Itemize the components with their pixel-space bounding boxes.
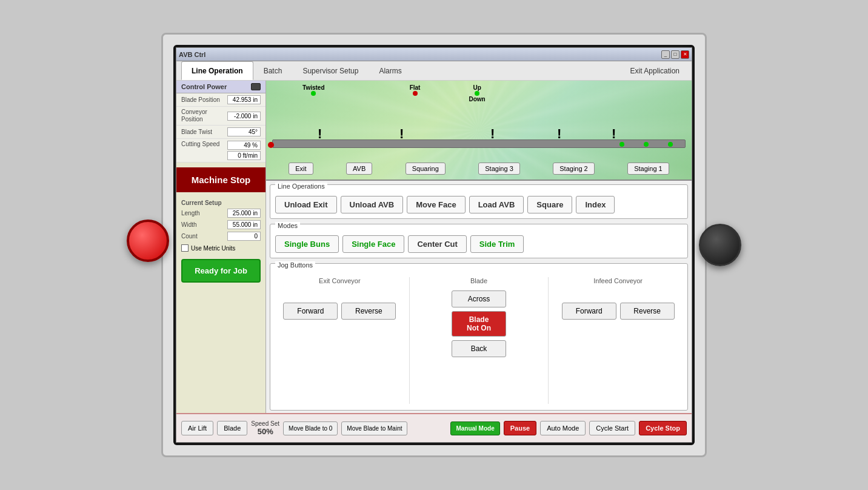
close-button[interactable]: ✕ bbox=[681, 50, 689, 59]
auto-mode-button[interactable]: Auto Mode bbox=[540, 421, 586, 435]
infeed-forward-button[interactable]: Forward bbox=[562, 303, 616, 320]
tab-alarms[interactable]: Alarms bbox=[369, 61, 412, 80]
air-lift-button[interactable]: Air Lift bbox=[181, 421, 213, 435]
cutting-speed-pct: 49 % bbox=[227, 141, 261, 150]
twisted-sensor: Twisted bbox=[302, 84, 324, 96]
title-bar: AVB Ctrl _ □ ✕ bbox=[176, 48, 692, 61]
emergency-stop-button[interactable] bbox=[127, 220, 169, 262]
blade-position-value: 42.953 in bbox=[227, 95, 261, 104]
exclaim-4: ! bbox=[557, 126, 561, 142]
exit-forward-button[interactable]: Forward bbox=[283, 303, 338, 320]
single-buns-button[interactable]: Single Buns bbox=[275, 235, 339, 253]
cycle-stop-button[interactable]: Cycle Stop bbox=[639, 421, 687, 435]
maximize-button[interactable]: □ bbox=[671, 50, 679, 59]
speed-set-display: Speed Set 50% bbox=[251, 420, 279, 436]
tab-batch[interactable]: Batch bbox=[253, 61, 293, 80]
blade-button[interactable]: Blade bbox=[217, 421, 247, 435]
index-button[interactable]: Index bbox=[576, 196, 615, 213]
exit-conveyor-buttons: Forward Reverse bbox=[283, 303, 396, 320]
twisted-dot bbox=[311, 91, 316, 96]
unload-avb-button[interactable]: Unload AVB bbox=[341, 196, 404, 213]
move-blade-maint-button[interactable]: Move Blade to Maint bbox=[341, 421, 407, 435]
unload-exit-button[interactable]: Unload Exit bbox=[275, 196, 337, 213]
width-label: Width bbox=[181, 221, 197, 228]
exit-conveyor-label: Exit Conveyor bbox=[319, 277, 360, 284]
right-indicator-3 bbox=[668, 142, 673, 147]
speed-knob[interactable] bbox=[699, 224, 741, 266]
power-indicator bbox=[251, 83, 261, 90]
conveyor-position-label: Conveyor Position bbox=[181, 109, 218, 123]
infeed-conveyor-label: Infeed Conveyor bbox=[593, 277, 643, 284]
move-face-button[interactable]: Move Face bbox=[407, 196, 465, 213]
move-blade-0-button[interactable]: Move Blade to 0 bbox=[283, 421, 338, 435]
blade-twist-label: Blade Twist bbox=[181, 129, 212, 135]
minimize-button[interactable]: _ bbox=[661, 50, 670, 59]
updown-sensor: Up Down bbox=[469, 84, 486, 102]
application-window: AVB Ctrl _ □ ✕ Line Operation Batch Supe… bbox=[176, 47, 692, 443]
menu-bar: Line Operation Batch Supervisor Setup Al… bbox=[176, 61, 692, 81]
single-face-button[interactable]: Single Face bbox=[342, 235, 404, 253]
blade-position-row: Blade Position 42.953 in bbox=[176, 93, 265, 107]
staging1-station-button[interactable]: Staging 1 bbox=[627, 163, 669, 175]
count-value: 0 bbox=[227, 232, 261, 241]
modes-title: Modes bbox=[275, 222, 300, 229]
tab-supervisor-setup[interactable]: Supervisor Setup bbox=[292, 61, 369, 80]
metric-row: Use Metric Units bbox=[176, 242, 265, 254]
staging2-station-button[interactable]: Staging 2 bbox=[553, 163, 594, 175]
jog-buttons-title: Jog Buttons bbox=[275, 261, 315, 269]
blade-column: Blade Across Blade Not On Back bbox=[415, 277, 544, 404]
metric-checkbox[interactable] bbox=[181, 244, 189, 252]
side-trim-button[interactable]: Side Trim bbox=[470, 235, 524, 253]
width-row: Width 55.000 in bbox=[176, 219, 265, 230]
right-panel: Twisted Flat Up Down bbox=[266, 81, 692, 413]
speed-value: 50% bbox=[258, 427, 273, 436]
exclaim-5: ! bbox=[612, 126, 616, 142]
square-button[interactable]: Square bbox=[527, 196, 572, 213]
machine-stop-indicator: Machine Stop bbox=[176, 167, 265, 192]
blade-position-label: Blade Position bbox=[181, 96, 220, 103]
speed-set-label: Speed Set bbox=[251, 420, 279, 427]
line-operations-content: Unload Exit Unload AVB Move Face Load AV… bbox=[270, 196, 687, 218]
infeed-reverse-button[interactable]: Reverse bbox=[620, 303, 675, 320]
exit-reverse-button[interactable]: Reverse bbox=[341, 303, 396, 320]
exit-station-button[interactable]: Exit bbox=[289, 163, 313, 175]
exclaim-3: ! bbox=[490, 126, 495, 142]
count-label: Count bbox=[181, 233, 198, 240]
up-dot bbox=[475, 91, 479, 96]
manual-mode-button[interactable]: Manual Mode bbox=[450, 421, 499, 435]
cutting-speed-label: Cutting Speed bbox=[181, 141, 219, 150]
right-indicator-1 bbox=[644, 142, 649, 147]
center-cut-button[interactable]: Center Cut bbox=[408, 235, 466, 253]
tab-line-operation[interactable]: Line Operation bbox=[181, 61, 253, 80]
avb-station-button[interactable]: AVB bbox=[346, 163, 372, 175]
control-power-label: Control Power bbox=[181, 83, 227, 90]
infeed-conveyor-column: Infeed Conveyor Forward Reverse bbox=[553, 277, 683, 404]
divider-2 bbox=[548, 277, 549, 404]
exit-application-button[interactable]: Exit Application bbox=[623, 64, 687, 78]
conveyor-visualization: Twisted Flat Up Down bbox=[266, 81, 692, 181]
staging3-station-button[interactable]: Staging 3 bbox=[478, 163, 519, 175]
blade-twist-row: Blade Twist 45° bbox=[176, 126, 265, 139]
modes-section: Modes Single Buns Single Face Center Cut… bbox=[270, 224, 688, 258]
jog-content: Exit Conveyor Forward Reverse Blade Ac bbox=[270, 275, 687, 409]
flat-dot bbox=[413, 91, 418, 96]
blade-label: Blade bbox=[470, 277, 487, 284]
infeed-conveyor-buttons: Forward Reverse bbox=[562, 303, 675, 320]
across-button[interactable]: Across bbox=[452, 290, 506, 307]
main-content: Control Power Blade Position 42.953 in C… bbox=[176, 81, 692, 413]
bottom-bar: Air Lift Blade Speed Set 50% Move Blade … bbox=[176, 413, 692, 442]
exclaim-2: ! bbox=[399, 126, 404, 142]
flat-sensor: Flat bbox=[410, 84, 421, 96]
cycle-start-button[interactable]: Cycle Start bbox=[589, 421, 635, 435]
pause-button[interactable]: Pause bbox=[504, 421, 536, 435]
exclaim-1: ! bbox=[318, 126, 322, 142]
load-avb-button[interactable]: Load AVB bbox=[469, 196, 524, 213]
blade-not-on-button[interactable]: Blade Not On bbox=[452, 311, 506, 337]
back-button[interactable]: Back bbox=[452, 340, 506, 357]
conveyor-position-row: Conveyor Position -2.000 in bbox=[176, 107, 265, 126]
squaring-station-button[interactable]: Squaring bbox=[406, 163, 446, 175]
ready-for-job-button[interactable]: Ready for Job bbox=[181, 259, 261, 283]
line-operations-title: Line Operations bbox=[275, 183, 327, 190]
window-controls: _ □ ✕ bbox=[661, 50, 689, 59]
cutting-speed-fpm: 0 ft/min bbox=[227, 151, 261, 160]
